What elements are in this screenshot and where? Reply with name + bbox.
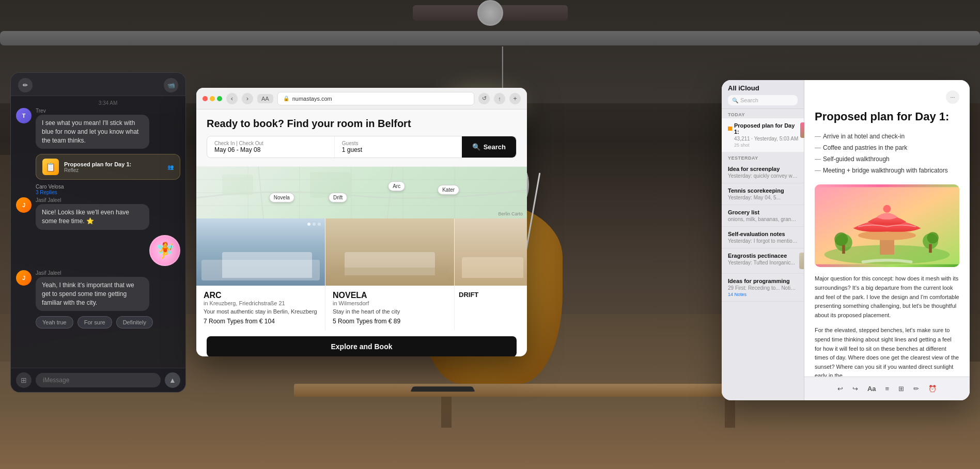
note-self-eval-preview: Yesterday: I forgot to mention an import… <box>728 238 798 244</box>
hotel-novela-room-types: 5 Room Types <box>333 318 372 325</box>
svg-point-16 <box>834 232 848 246</box>
hotel-cards-row: ARC in Kreuzberg, Friedrichstraße 21 You… <box>196 218 527 330</box>
note-body-2: For the elevated, stepped benches, let's… <box>815 326 959 381</box>
note-item-grocery[interactable]: Grocery list onions, milk, bananas, gran… <box>722 205 804 227</box>
note-item-row: Proposed plan for Day 1: 43,211 · Yester… <box>728 122 798 148</box>
note-bullets: Arrive in at hotel and check-in Coffee a… <box>815 131 959 176</box>
svg-point-14 <box>883 205 891 213</box>
hotel-browser-panel: ‹ › AA 🔒 numastays.com ↺ ↑ + Ready to bo… <box>196 88 527 356</box>
hotel-novela-location: in Wilmersdorf <box>333 300 447 306</box>
maximize-dot[interactable] <box>217 96 222 101</box>
note-eragrostis-thumb <box>799 253 804 269</box>
hotel-novela-info: NOVELA in Wilmersdorf Stay in the heart … <box>325 286 454 330</box>
search-icon: 🔍 <box>472 143 480 151</box>
hotel-card-drift[interactable]: DRIFT <box>455 218 527 330</box>
map-area[interactable]: Novela Drift Arc Kater Berlin Carto <box>196 167 527 218</box>
hotel-card-novela[interactable]: NOVELA in Wilmersdorf Stay in the heart … <box>325 218 455 330</box>
search-bar: Check In | Check Out May 06 - May 08 Gue… <box>207 136 517 158</box>
note-item-screenplay[interactable]: Idea for screenplay Yesterday: quickly c… <box>722 162 804 183</box>
hotel-novela-image <box>325 218 454 286</box>
note-proposed-time: 25 shot <box>734 143 798 148</box>
notes-search-bar[interactable]: 🔍 Search <box>728 95 798 105</box>
desk-leg-left <box>441 392 452 428</box>
notes-top-toolbar: ··· <box>815 90 959 104</box>
hotel-arc-name: ARC <box>204 291 318 300</box>
video-call-button[interactable]: 📹 <box>164 78 178 92</box>
quick-reply-definitely[interactable]: Definitely <box>116 316 153 329</box>
map-pin-kater[interactable]: Kater <box>438 185 459 195</box>
note-item-proposed[interactable]: Proposed plan for Day 1: 43,211 · Yester… <box>722 118 804 152</box>
message-row-yeah: J Jasif Jaleel Yeah, I think it's import… <box>16 270 180 311</box>
sender-jasif2: Jasif Jaleel <box>36 270 149 276</box>
forward-button[interactable]: › <box>242 93 253 104</box>
undo-button[interactable]: ↩ <box>837 385 843 393</box>
send-button[interactable]: ▲ <box>165 372 180 388</box>
chat-messages-area[interactable]: 3:34 AM T Trev I see what you mean! I'll… <box>11 96 185 353</box>
hotel-search-section: Ready to book? Find your room in Belfort… <box>196 110 527 167</box>
quick-replies: Yeah true For sure Definitely <box>36 316 180 329</box>
note-item-self-eval[interactable]: Self-evaluation notes Yesterday: I forgo… <box>722 227 804 248</box>
search-button[interactable]: 🔍 Search <box>462 136 516 158</box>
checkin-section[interactable]: Check In | Check Out May 06 - May 08 <box>207 136 335 158</box>
compose-button[interactable]: ✏ <box>18 78 33 92</box>
add-tab-button[interactable]: + <box>509 93 521 104</box>
lock-icon: 🔒 <box>283 96 289 101</box>
minimize-dot[interactable] <box>210 96 215 101</box>
svg-rect-8 <box>222 175 253 195</box>
more-options-button[interactable]: ··· <box>946 90 959 104</box>
chat-header-actions: 📹 <box>164 78 178 92</box>
map-grid-svg <box>196 167 527 218</box>
notes-main-content: ··· Proposed plan for Day 1: Arrive in a… <box>804 80 970 400</box>
refresh-button[interactable]: ↺ <box>478 93 490 104</box>
chat-input[interactable] <box>36 373 161 387</box>
icloud-title: All iCloud <box>728 84 798 92</box>
note-item-eragrostis[interactable]: Eragrostis pectinacee Yesterday: Tufted … <box>722 248 804 274</box>
quick-reply-yeah-true[interactable]: Yeah true <box>36 316 73 329</box>
checkin-label: Check In | Check Out <box>214 140 327 146</box>
share-button[interactable]: ↑ <box>494 93 505 104</box>
checkin-value: May 06 - May 08 <box>214 146 327 153</box>
draw-button[interactable]: ✏ <box>913 385 919 393</box>
hotel-novela-desc: Stay in the heart of the city <box>333 308 447 315</box>
hotel-arc-desc: Your most authentic stay in Berlin, Kreu… <box>204 308 318 315</box>
redo-button[interactable]: ↪ <box>852 385 858 393</box>
map-pin-novela[interactable]: Novela <box>269 193 294 202</box>
message-row-nice: J Jasif Jaleel Nice! Looks like we'll ev… <box>16 197 180 230</box>
note-content: Proposed plan for Day 1: 43,211 · Yester… <box>734 122 798 148</box>
note-item-tennis[interactable]: Tennis scorekeeping Yesterday: May 04, 5… <box>722 183 804 205</box>
guests-value: 1 guest <box>342 146 455 153</box>
map-pin-arc[interactable]: Arc <box>388 181 405 191</box>
note-item-programming[interactable]: Ideas for programming 29 First: Receding… <box>722 274 804 302</box>
table-button[interactable]: ⊞ <box>898 385 904 393</box>
timestamp-button[interactable]: ⏰ <box>928 385 937 393</box>
back-button[interactable]: ‹ <box>226 93 238 104</box>
bullet-3: Self-guided walkthrough <box>815 153 959 165</box>
hotel-arc-info: ARC in Kreuzberg, Friedrichstraße 21 You… <box>196 286 325 330</box>
url-bar[interactable]: 🔒 numastays.com <box>277 92 474 105</box>
note-eragrostis-preview: Yesterday: Tufted Inorganic... <box>728 260 795 265</box>
bullet-2: Coffee and pastries in the park <box>815 142 959 153</box>
format-text-button[interactable]: Aa <box>867 385 876 393</box>
apps-button[interactable]: ⊞ <box>16 372 32 388</box>
guests-section[interactable]: Guests 1 guest <box>335 136 462 158</box>
bullet-1: Arrive in at hotel and check-in <box>815 131 959 142</box>
hotel-card-arc[interactable]: ARC in Kreuzberg, Friedrichstraße 21 You… <box>196 218 325 330</box>
map-pin-drift[interactable]: Drift <box>329 193 347 202</box>
close-dot[interactable] <box>203 96 208 101</box>
list-button[interactable]: ≡ <box>885 385 890 393</box>
card-nav-dots <box>307 223 321 226</box>
hotel-novela-name: NOVELA <box>333 291 447 300</box>
hotel-novela-price-value: from € 89 <box>375 318 401 325</box>
caro-replies: Caro Velosa 3 Replies <box>36 184 180 195</box>
note-active-indicator <box>728 123 732 133</box>
ceiling-pipe <box>0 31 980 45</box>
sender-jasif1: Jasif Jaleel <box>36 197 149 203</box>
note-tennis-title: Tennis scorekeeping <box>728 187 798 194</box>
reader-view-button[interactable]: AA <box>257 94 273 103</box>
notes-list[interactable]: Idea for screenplay Yesterday: quickly c… <box>722 162 804 400</box>
quick-reply-for-sure[interactable]: For sure <box>77 316 112 329</box>
illustration-svg <box>815 184 959 267</box>
svg-rect-20 <box>929 244 932 253</box>
notes-search-placeholder: Search <box>740 97 758 103</box>
explore-and-book-button[interactable]: Explore and Book <box>207 336 517 356</box>
